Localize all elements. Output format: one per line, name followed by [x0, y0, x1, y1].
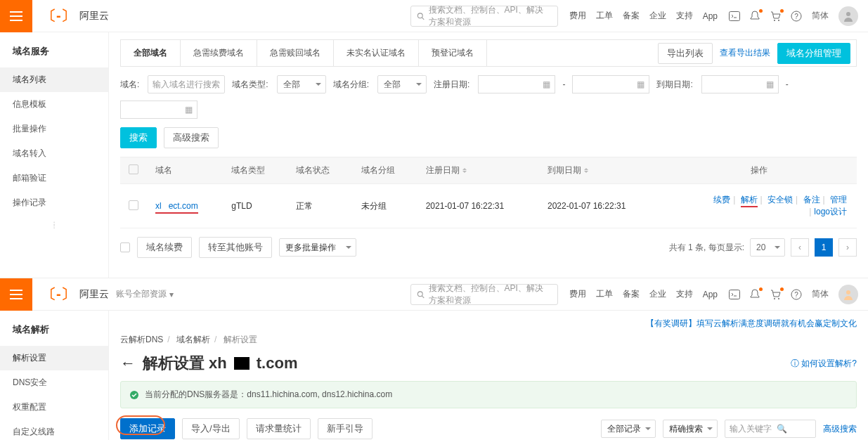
view-export-results[interactable]: 查看导出结果 [720, 47, 770, 59]
op-manage[interactable]: 管理 [830, 195, 847, 205]
record-scope-select[interactable]: 全部记录 [601, 420, 656, 438]
domain-group-select[interactable]: 全部 [377, 75, 427, 93]
page-next[interactable]: › [838, 238, 857, 257]
logo[interactable]: 〔-〕 阿里云 [42, 6, 109, 25]
sb-resolve-settings[interactable]: 解析设置 [0, 346, 108, 370]
sb-domain-list[interactable]: 域名列表 [0, 67, 108, 92]
sb-transfer-in[interactable]: 域名转入 [0, 141, 108, 166]
bell-icon[interactable] [750, 289, 760, 300]
account-scope[interactable]: 账号全部资源▾ [116, 288, 174, 300]
row-select[interactable] [129, 200, 138, 210]
promo-link[interactable]: 【有奖调研】填写云解析满意度调研就有机会赢定制文化 [120, 318, 857, 330]
export-button[interactable]: 导出列表 [658, 43, 713, 64]
back-icon[interactable]: ← [120, 354, 136, 373]
bulk-renew[interactable]: 域名续费 [137, 237, 192, 258]
domain-name-input[interactable]: 输入域名进行搜索 [148, 75, 225, 93]
terminal-icon[interactable] [729, 11, 740, 21]
search-button[interactable]: 搜索 [120, 127, 157, 148]
sb-email-verify[interactable]: 邮箱验证 [0, 166, 108, 190]
nav-ticket[interactable]: 工单 [596, 10, 613, 22]
col-exp[interactable]: 到期日期 [548, 164, 581, 176]
select-all-bottom[interactable] [120, 242, 130, 252]
nav-ticket[interactable]: 工单 [596, 288, 613, 300]
op-resolve[interactable]: 解析 [741, 195, 758, 207]
svg-rect-0 [10, 11, 22, 13]
keyword-input[interactable]: 输入关键字 🔍 [725, 420, 816, 438]
add-record-button[interactable]: 添加记录 [120, 418, 175, 439]
nav-fees[interactable]: 费用 [569, 288, 586, 300]
tab-all[interactable]: 全部域名 [121, 40, 181, 66]
stats-button[interactable]: 请求量统计 [247, 418, 311, 439]
tab-unverified[interactable]: 未实名认证域名 [334, 40, 419, 66]
sb-weight[interactable]: 权重配置 [0, 395, 108, 420]
op-logo[interactable]: logo设计 [814, 207, 847, 216]
nav-fees[interactable]: 费用 [569, 10, 586, 22]
tab-renew[interactable]: 急需续费域名 [181, 40, 257, 66]
lang-switch[interactable]: 简体 [812, 10, 829, 22]
tab-prereg[interactable]: 预登记域名 [419, 40, 487, 66]
bulk-more[interactable]: 更多批量操作 [279, 238, 356, 257]
group-manage-button[interactable]: 域名分组管理 [777, 43, 850, 64]
nav-app[interactable]: App [703, 290, 718, 299]
exp-date-from[interactable]: ▦ [701, 75, 779, 93]
global-search[interactable]: 搜索文档、控制台、API、解决方案和资源 [410, 6, 558, 27]
terminal-icon[interactable] [729, 290, 740, 299]
svg-rect-12 [10, 294, 22, 295]
avatar[interactable] [838, 6, 858, 26]
help-icon[interactable]: ? [791, 289, 802, 300]
adv-search-link[interactable]: 高级搜索 [823, 423, 857, 435]
reg-date-to[interactable]: ▦ [572, 75, 649, 93]
op-lock[interactable]: 安全锁 [767, 195, 793, 205]
nav-enterprise[interactable]: 企业 [649, 288, 666, 300]
sb-logs[interactable]: 操作记录 [0, 190, 108, 215]
lang-switch[interactable]: 简体 [812, 288, 829, 300]
global-search-2[interactable]: 搜索文档、控制台、API、解决方案和资源 [410, 284, 558, 305]
crumb-resolve[interactable]: 域名解析 [176, 335, 210, 344]
import-export-button[interactable]: 导入/导出 [182, 418, 240, 439]
nav-support[interactable]: 支持 [676, 10, 693, 22]
cell-status: 正常 [287, 184, 352, 228]
bulk-transfer[interactable]: 转至其他账号 [199, 237, 272, 258]
help-icon[interactable]: ? [791, 11, 802, 22]
search-mode-select[interactable]: 精确搜索 [663, 420, 718, 438]
domain-link[interactable]: xl ect.com [155, 201, 198, 214]
menu-toggle-2[interactable] [0, 278, 32, 311]
logo-2[interactable]: 〔-〕 阿里云 [42, 285, 109, 304]
page-size[interactable]: 20 [750, 238, 785, 257]
bell-icon[interactable] [750, 11, 760, 22]
page-prev[interactable]: ‹ [791, 238, 809, 257]
nav-icp[interactable]: 备案 [623, 288, 640, 300]
exp-date-to[interactable]: ▦ [120, 101, 197, 119]
sb-batch[interactable]: 批量操作 [0, 117, 108, 141]
col-reg[interactable]: 注册日期 [426, 164, 460, 176]
crumb-dns[interactable]: 云解析DNS [120, 335, 163, 344]
sb-custom-lines[interactable]: 自定义线路 [0, 420, 108, 440]
adv-search-button[interactable]: 高级搜索 [164, 127, 219, 148]
nav-support[interactable]: 支持 [676, 288, 693, 300]
select-all[interactable] [129, 164, 138, 174]
sb-templates[interactable]: 信息模板 [0, 92, 108, 117]
cart-icon[interactable] [770, 11, 781, 22]
menu-toggle[interactable] [0, 0, 32, 32]
op-note[interactable]: 备注 [803, 195, 820, 205]
col-ops: 操作 [661, 157, 857, 184]
lbl-type: 域名类型: [232, 79, 268, 91]
nav-icp[interactable]: 备案 [623, 10, 640, 22]
help-link[interactable]: ⓘ 如何设置解析? [791, 358, 857, 370]
sidebar-1: 域名服务 域名列表 信息模板 批量操作 域名转入 邮箱验证 操作记录 ⦙ [0, 32, 109, 278]
reg-date-from[interactable]: ▦ [478, 75, 555, 93]
sidebar-collapse[interactable]: ⦙ [0, 215, 108, 236]
nav-app[interactable]: App [703, 11, 718, 21]
nav-enterprise[interactable]: 企业 [649, 10, 666, 22]
domain-table: 域名 域名类型 域名状态 域名分组 注册日期 到期日期 操作 xl ect.co… [120, 157, 857, 228]
sb-dns-security[interactable]: DNS安全 [0, 370, 108, 395]
lbl-exp: 到期日期: [656, 79, 692, 91]
domain-type-select[interactable]: 全部 [277, 75, 326, 93]
tab-redeem[interactable]: 急需赎回域名 [257, 40, 334, 66]
op-renew[interactable]: 续费 [713, 195, 730, 205]
cart-icon[interactable] [770, 289, 781, 300]
avatar[interactable] [838, 285, 858, 304]
guide-button[interactable]: 新手引导 [318, 418, 373, 439]
topbar-2: 〔-〕 阿里云 账号全部资源▾ 搜索文档、控制台、API、解决方案和资源 费用 … [0, 278, 868, 311]
page-1[interactable]: 1 [815, 238, 833, 257]
